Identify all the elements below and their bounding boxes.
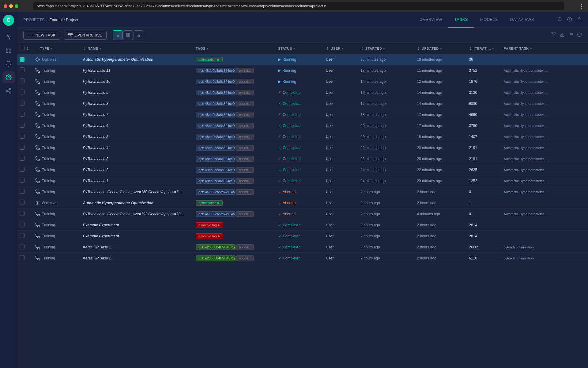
table-row[interactable]: TrainingPyTorch base: General/batch_size… <box>17 186 588 197</box>
row-checkbox[interactable] <box>20 255 24 260</box>
tab-models[interactable]: MODELS <box>474 12 504 28</box>
task-name[interactable]: Keras HP Base 1 <box>83 245 111 249</box>
parent-task[interactable]: Automatic Hyperparameter ... <box>504 102 548 105</box>
parent-task[interactable]: Automatic Hyperparameter ... <box>504 190 548 194</box>
parent-task[interactable]: Automatic Hyperparameter ... <box>504 113 548 117</box>
row-checkbox[interactable] <box>20 90 24 94</box>
task-name[interactable]: PyTorch base 11 <box>83 68 111 73</box>
task-name[interactable]: PyTorch base 9 <box>83 90 108 95</box>
table-row[interactable]: TrainingExample Experimentexample tag▶✓C… <box>17 231 588 242</box>
task-name[interactable]: PyTorch base 4 <box>83 146 108 150</box>
table-row[interactable]: TrainingPyTorch base 11opt: 48db0b8a6c82… <box>17 65 588 76</box>
task-name[interactable]: Automatic Hyperparameter Optimization <box>83 201 153 205</box>
select-all-checkbox[interactable] <box>20 46 24 51</box>
parent-task[interactable]: Automatic Hyperparameter ... <box>504 212 548 216</box>
table-row[interactable]: TrainingPyTorch base 10opt: 48db0b8a6c82… <box>17 76 588 87</box>
table-row[interactable]: TrainingPyTorch base 6opt: 48db0b8a6c824… <box>17 120 588 131</box>
minimize-dot[interactable] <box>9 4 13 8</box>
task-name[interactable]: Keras HP Base 2 <box>83 256 111 260</box>
col-header-iter[interactable]: ⋮ ITERATI... ▾ <box>466 43 501 54</box>
breadcrumb-projects[interactable]: PROJECTS <box>23 17 44 22</box>
task-name[interactable]: PyTorch base 1 <box>83 179 108 183</box>
row-checkbox[interactable] <box>20 112 24 117</box>
list-view-button[interactable] <box>113 30 123 40</box>
table-row[interactable]: TrainingPyTorch base 2opt: 48db0b8a6c824… <box>17 164 588 175</box>
row-checkbox[interactable] <box>20 101 24 105</box>
table-row[interactable]: TrainingPyTorch base 3opt: 48db0b8a6c824… <box>17 153 588 164</box>
task-name[interactable]: Automatic Hyperparameter Optimization <box>83 57 153 62</box>
table-row[interactable]: TrainingPyTorch base 4opt: 48db0b8a6c824… <box>17 142 588 153</box>
sidebar-item-nav[interactable] <box>2 31 15 43</box>
tab-tasks[interactable]: TASKS <box>448 12 474 28</box>
new-task-button[interactable]: + + NEW TASK <box>23 31 60 40</box>
table-row[interactable]: TrainingPyTorch base 7opt: 48db0b8a6c824… <box>17 109 588 120</box>
app-logo[interactable]: C <box>3 15 14 26</box>
row-checkbox[interactable] <box>20 123 24 128</box>
row-checkbox[interactable] <box>20 189 24 194</box>
parent-task[interactable]: pytorch optimization <box>504 256 534 260</box>
parent-task[interactable]: Automatic Hyperparameter ... <box>504 157 548 161</box>
table-row[interactable]: TrainingPyTorch base 9opt: 48db0b8a6c824… <box>17 87 588 98</box>
row-checkbox[interactable]: ✓ <box>20 57 24 62</box>
col-header-tags[interactable]: TAGS ▾ <box>193 43 276 54</box>
parent-task[interactable]: Automatic Hyperparameter ... <box>504 124 548 128</box>
table-row[interactable]: TrainingExample Experimentexample tag▶✓C… <box>17 220 588 231</box>
parent-task[interactable]: Automatic Hyperparameter ... <box>504 179 548 183</box>
task-name[interactable]: PyTorch base 10 <box>83 79 111 84</box>
url-bar[interactable]: https://app.clear.ml/projects/2043a1657f… <box>33 2 564 10</box>
grid-view-button[interactable] <box>123 30 133 40</box>
table-row[interactable]: TrainingKeras HP Base 1opt: e205d684f795… <box>17 242 588 253</box>
tab-overview[interactable]: OVERVIEW <box>413 12 448 28</box>
table-row[interactable]: OptimizerAutomatic Hyperparameter Optimi… <box>17 197 588 209</box>
task-name[interactable]: Example Experiment <box>83 234 119 238</box>
row-checkbox[interactable] <box>20 134 24 139</box>
col-header-parent[interactable]: PARENT TASK ▾ <box>501 43 588 54</box>
col-header-type[interactable]: ⋮ TYPE ▾ <box>33 43 81 54</box>
sidebar-item-share[interactable] <box>2 85 15 97</box>
task-name[interactable]: PyTorch base 3 <box>83 157 108 161</box>
task-name[interactable]: PyTorch base 8 <box>83 102 108 106</box>
col-header-status[interactable]: STATUS ▾ <box>276 43 323 54</box>
browser-menu-icon[interactable]: ⋮ <box>579 3 584 10</box>
help-icon[interactable] <box>567 17 572 23</box>
row-checkbox[interactable] <box>20 200 24 205</box>
task-name[interactable]: PyTorch base 2 <box>83 168 108 172</box>
tab-dataviews[interactable]: DATAVIEWS <box>504 12 540 28</box>
task-name[interactable]: PyTorch base 7 <box>83 113 108 117</box>
open-archive-button[interactable]: OPEN ARCHIVE <box>64 31 107 40</box>
row-checkbox[interactable] <box>20 244 24 249</box>
row-checkbox[interactable] <box>20 79 24 83</box>
col-header-user[interactable]: ⋮ USER ▾ <box>323 43 358 54</box>
parent-task[interactable]: pytorch optimization <box>504 245 534 249</box>
parent-task[interactable]: Automatic Hyperparameter ... <box>504 135 548 139</box>
sidebar-item-grid[interactable] <box>2 44 15 56</box>
table-row[interactable]: TrainingPyTorch base 5opt: 48db0b8a6c824… <box>17 131 588 142</box>
parent-task[interactable]: Automatic Hyperparameter ... <box>504 168 548 172</box>
table-row[interactable]: TrainingPyTorch base 8opt: 48db0b8a6c824… <box>17 98 588 109</box>
close-dot[interactable] <box>4 4 7 8</box>
col-header-updated[interactable]: ⋮ UPDATED ▾ <box>414 43 466 54</box>
row-checkbox[interactable] <box>20 145 24 150</box>
row-checkbox[interactable] <box>20 222 24 227</box>
search-icon[interactable] <box>557 17 562 23</box>
row-checkbox[interactable] <box>20 167 24 172</box>
task-name[interactable]: Example Experiment <box>83 223 119 227</box>
user-icon[interactable] <box>577 17 582 23</box>
task-name[interactable]: PyTorch base 6 <box>83 124 108 128</box>
parent-task[interactable]: Automatic Hyperparameter ... <box>504 91 548 94</box>
row-checkbox[interactable] <box>20 233 24 238</box>
chart-view-button[interactable] <box>134 30 143 40</box>
parent-task[interactable]: Automatic Hyperparameter ... <box>504 146 548 150</box>
task-name[interactable]: PyTorch base: General/batch_size=160 Gen… <box>83 190 183 194</box>
row-checkbox[interactable] <box>20 178 24 183</box>
col-header-name[interactable]: ⋮ NAME ▾ <box>81 43 193 54</box>
columns-settings-icon[interactable] <box>568 32 573 38</box>
table-row[interactable]: ✓OptimizerAutomatic Hyperparameter Optim… <box>17 54 588 65</box>
table-row[interactable]: TrainingPyTorch base: General/batch_size… <box>17 209 588 220</box>
sidebar-item-settings[interactable] <box>2 71 15 83</box>
maximize-dot[interactable] <box>15 4 18 8</box>
refresh-icon[interactable] <box>577 32 582 38</box>
row-checkbox[interactable] <box>20 211 24 216</box>
col-header-started[interactable]: ⋮ STARTED ▾ <box>358 43 414 54</box>
row-checkbox[interactable] <box>20 67 24 72</box>
